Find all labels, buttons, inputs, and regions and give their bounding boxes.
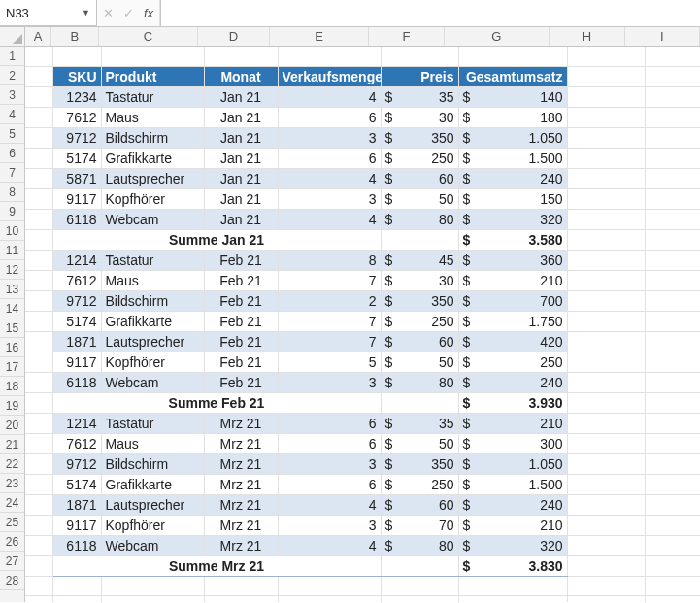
cell[interactable]: Gesamtumsatz [458, 66, 567, 86]
row-header[interactable]: 9 [0, 202, 24, 221]
cell[interactable]: Mrz 21 [204, 453, 278, 474]
cell[interactable]: $50 [381, 433, 458, 453]
group-summary-label[interactable]: Summe Jan 21 [52, 229, 381, 250]
cell[interactable]: Feb 21 [204, 250, 278, 270]
cell[interactable]: $35 [381, 413, 458, 433]
group-summary-value[interactable]: $3.830 [458, 555, 567, 576]
cell[interactable]: 5174 [52, 311, 101, 331]
cell[interactable]: $210 [458, 413, 567, 433]
cell[interactable]: $80 [381, 372, 458, 392]
group-summary-value[interactable]: $3.930 [458, 392, 567, 413]
cell[interactable]: $350 [381, 127, 458, 148]
cell[interactable] [567, 209, 645, 229]
cell[interactable]: Mrz 21 [204, 474, 278, 494]
cell[interactable] [645, 148, 700, 168]
column-header[interactable]: H [550, 27, 624, 46]
cell[interactable]: $300 [458, 433, 567, 453]
cell[interactable] [25, 413, 52, 433]
row-header[interactable]: 16 [0, 338, 24, 357]
cell[interactable] [645, 66, 700, 86]
cell[interactable]: $250 [381, 474, 458, 494]
cell[interactable] [567, 127, 645, 148]
cell[interactable]: $80 [381, 209, 458, 229]
cell[interactable] [25, 453, 52, 474]
cell[interactable]: 7 [278, 311, 381, 331]
cell[interactable] [567, 372, 645, 392]
cell[interactable]: $1.050 [458, 453, 567, 474]
cell[interactable] [567, 107, 645, 127]
cell[interactable]: Kopfhörer [101, 188, 204, 209]
cell[interactable]: 5871 [52, 168, 101, 188]
cell[interactable] [101, 595, 204, 602]
cell[interactable] [567, 290, 645, 311]
cell[interactable]: Kopfhörer [101, 352, 204, 372]
column-header[interactable]: I [625, 27, 700, 46]
column-header[interactable]: D [198, 27, 270, 46]
cell[interactable] [645, 290, 700, 311]
column-header[interactable]: B [51, 27, 98, 46]
cell[interactable]: Bildschirm [101, 453, 204, 474]
cell[interactable]: $1.500 [458, 148, 567, 168]
cell[interactable] [52, 576, 101, 595]
cell[interactable] [25, 148, 52, 168]
cell[interactable] [204, 576, 278, 595]
cell[interactable]: 6118 [52, 372, 101, 392]
cell[interactable] [381, 595, 458, 602]
row-header[interactable]: 23 [0, 474, 24, 493]
row-header[interactable]: 11 [0, 241, 24, 260]
cell[interactable] [278, 595, 381, 602]
cell[interactable]: 6 [278, 474, 381, 494]
row-header[interactable]: 5 [0, 124, 24, 144]
cell[interactable] [645, 188, 700, 209]
cell[interactable] [645, 229, 700, 250]
cell[interactable]: Maus [101, 270, 204, 290]
cell[interactable] [25, 86, 52, 107]
column-header[interactable]: E [270, 27, 370, 46]
cell[interactable]: 9117 [52, 188, 101, 209]
cell[interactable]: Mrz 21 [204, 494, 278, 515]
cell[interactable] [567, 555, 645, 576]
cell[interactable]: 4 [278, 535, 381, 555]
cell[interactable] [645, 555, 700, 576]
cell[interactable]: 6118 [52, 209, 101, 229]
cell[interactable]: Webcam [101, 535, 204, 555]
row-header[interactable]: 25 [0, 513, 24, 532]
row-header[interactable]: 22 [0, 454, 24, 474]
cell[interactable]: Jan 21 [204, 86, 278, 107]
cell[interactable] [645, 47, 700, 66]
cell[interactable]: Mrz 21 [204, 515, 278, 535]
cell[interactable] [645, 595, 700, 602]
row-header[interactable]: 4 [0, 105, 24, 124]
cell[interactable]: $60 [381, 494, 458, 515]
cell[interactable]: $250 [381, 311, 458, 331]
row-header[interactable]: 14 [0, 299, 24, 318]
row-header[interactable]: 20 [0, 416, 24, 435]
cell[interactable]: $210 [458, 515, 567, 535]
cell[interactable]: Bildschirm [101, 290, 204, 311]
cell[interactable]: $70 [381, 515, 458, 535]
cell[interactable] [645, 209, 700, 229]
cell[interactable] [645, 474, 700, 494]
column-header[interactable]: F [369, 27, 444, 46]
cell[interactable]: $80 [381, 535, 458, 555]
cell[interactable] [25, 66, 52, 86]
cell[interactable] [381, 392, 458, 413]
cell[interactable] [25, 372, 52, 392]
confirm-icon[interactable]: ✓ [123, 6, 134, 20]
row-header[interactable]: 19 [0, 396, 24, 416]
cell[interactable]: $30 [381, 107, 458, 127]
column-header[interactable]: A [25, 27, 51, 46]
cell[interactable] [645, 352, 700, 372]
cell[interactable]: 7 [278, 270, 381, 290]
cell[interactable] [25, 535, 52, 555]
cell[interactable] [567, 494, 645, 515]
cell[interactable] [645, 250, 700, 270]
group-summary-label[interactable]: Summe Mrz 21 [52, 555, 381, 576]
cell[interactable] [204, 47, 278, 66]
row-header[interactable]: 28 [0, 571, 24, 590]
cell[interactable] [567, 331, 645, 352]
cell[interactable]: $240 [458, 494, 567, 515]
cell[interactable]: Verkaufsmenge [278, 66, 381, 86]
cell[interactable] [25, 188, 52, 209]
cell[interactable] [25, 290, 52, 311]
